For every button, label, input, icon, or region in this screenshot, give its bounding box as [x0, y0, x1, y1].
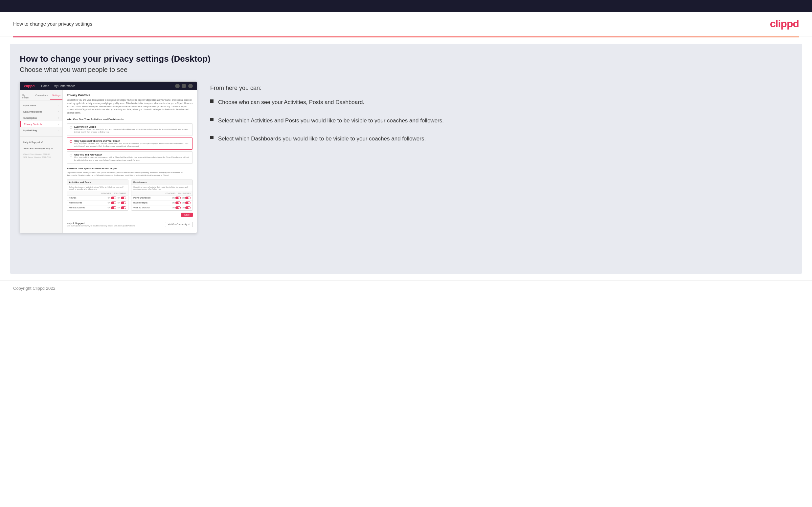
- mock-dashboards-header: Dashboards: [132, 180, 193, 185]
- header-title: How to change your privacy settings: [13, 21, 92, 26]
- mock-visit-community-button[interactable]: Visit Our Community ↗: [165, 222, 193, 227]
- mock-tab-connections: Connections: [34, 93, 50, 100]
- mock-sidebar-account: My Account ›: [20, 102, 62, 109]
- mock-row-what-to-work: What To Work On ON ON: [132, 206, 193, 210]
- mock-show-hide-title: Show or hide specific features in Clippd: [67, 167, 193, 170]
- mock-privacy-title: Privacy Controls: [67, 94, 193, 97]
- mock-navbar: clippd Home My Performance: [20, 82, 197, 90]
- page-subheading: Choose what you want people to see: [20, 66, 792, 73]
- top-bar: [0, 0, 812, 12]
- mock-radio-group: Everyone on Clippd Everyone on Clippd ca…: [67, 123, 193, 164]
- mock-row-player-dashboard: Player Dashboard ON ON: [132, 195, 193, 201]
- mock-row-rounds: Rounds ON ON: [67, 195, 128, 201]
- mock-save-row: Save: [67, 211, 193, 219]
- mock-nav-performance: My Performance: [54, 84, 75, 88]
- mock-two-col: Activities and Posts Select the types of…: [67, 179, 193, 211]
- bullet-square-2: [210, 118, 213, 121]
- mock-activities-desc: Select the types of activity that you'd …: [67, 185, 128, 191]
- mock-activities-subheader: COACHES FOLLOWERS: [67, 191, 128, 195]
- mock-dashboards-subheader: COACHES FOLLOWERS: [132, 191, 193, 195]
- bullet-item-3: Select which Dashboards you would like t…: [210, 134, 792, 143]
- mock-tab-profile: My Profile: [20, 93, 34, 100]
- mock-logo: clippd: [24, 84, 35, 88]
- bullet-item-2: Select which Activities and Posts you wo…: [210, 116, 792, 125]
- right-panel: From here you can: Choose who can see yo…: [210, 81, 792, 156]
- mock-dashboards-desc: Select the types of activity that you'd …: [132, 185, 193, 191]
- mock-nav-home: Home: [41, 84, 49, 88]
- bullet-square-3: [210, 136, 213, 139]
- mock-sidebar-privacy-policy: Service & Privacy Policy ↗: [20, 146, 62, 152]
- mock-settings-icon: [188, 84, 193, 88]
- main-content: How to change your privacy settings (Des…: [10, 44, 802, 274]
- mock-radio-everyone: Everyone on Clippd Everyone on Clippd ca…: [67, 123, 193, 136]
- mock-sidebar-subscription: Subscription ›: [20, 115, 62, 121]
- mock-nav-items: Home My Performance: [41, 84, 168, 88]
- mock-dashboards-col: Dashboards Select the types of activity …: [131, 179, 193, 211]
- mock-main-content: Privacy Controls Control how you and you…: [63, 90, 197, 233]
- content-row: clippd Home My Performance My Profile: [20, 81, 792, 233]
- from-here-text: From here you can:: [210, 84, 792, 92]
- mock-activities-col: Activities and Posts Select the types of…: [67, 179, 129, 211]
- mock-who-title: Who Can See Your Activities and Dashboar…: [67, 118, 193, 121]
- mock-help-section: Help & Support Visit our Clippd communit…: [67, 219, 193, 230]
- mock-radio-circle-you: [70, 154, 72, 157]
- mock-sidebar-help: Help & Support ↗: [20, 139, 62, 146]
- logo: clippd: [770, 18, 799, 30]
- page-heading: How to change your privacy settings (Des…: [20, 54, 792, 64]
- footer: Copyright Clippd 2022: [0, 280, 812, 296]
- mock-search-icon: [175, 84, 180, 88]
- bullet-text-2: Select which Activities and Posts you wo…: [218, 116, 444, 125]
- mock-radio-only-you: Only You and Your Coach Only you and the…: [67, 151, 193, 164]
- header: How to change your privacy settings clip…: [0, 12, 812, 37]
- mock-row-drills: Practice Drills ON ON: [67, 201, 128, 206]
- screenshot-mockup: clippd Home My Performance My Profile: [20, 81, 197, 233]
- mock-radio-circle-followers: [70, 140, 72, 143]
- mock-sidebar: My Profile Connections Settings My Accou…: [20, 90, 63, 233]
- bullet-square-1: [210, 100, 213, 103]
- mock-nav-icons: [175, 84, 193, 88]
- bullet-text-3: Select which Dashboards you would like t…: [218, 134, 426, 143]
- mock-radio-circle-everyone: [70, 126, 72, 129]
- footer-text: Copyright Clippd 2022: [13, 286, 55, 291]
- mock-sidebar-golfbag: My Golf Bag ›: [20, 127, 62, 133]
- mock-user-icon: [182, 84, 186, 88]
- mock-row-round-insights: Round Insights ON ON: [132, 201, 193, 206]
- mock-sidebar-privacy: Privacy Controls ›: [20, 121, 62, 127]
- bullet-list: Choose who can see your Activities, Post…: [210, 98, 792, 143]
- mock-sidebar-data: Data Integrations ›: [20, 109, 62, 115]
- mock-body: My Profile Connections Settings My Accou…: [20, 90, 197, 233]
- mock-sidebar-tabs: My Profile Connections Settings: [20, 93, 62, 100]
- mock-toggle-section: Show or hide specific features in Clippd…: [67, 167, 193, 219]
- bullet-text-1: Choose who can see your Activities, Post…: [218, 98, 364, 107]
- mock-sidebar-bottom: Help & Support ↗ Service & Privacy Polic…: [20, 136, 62, 152]
- mock-version: Clippd Client Version: 2022.8.2SQL Serve…: [20, 152, 62, 160]
- mock-privacy-desc: Control how you and your data appears to…: [67, 99, 193, 115]
- bullet-item-1: Choose who can see your Activities, Post…: [210, 98, 792, 107]
- mock-tab-settings: Settings: [50, 93, 62, 100]
- mock-save-button[interactable]: Save: [181, 213, 193, 217]
- mock-row-manual: Manual Activities ON ON: [67, 206, 128, 210]
- mock-show-hide-desc: Regardless of the privacy controls that …: [67, 171, 193, 177]
- mock-activities-header: Activities and Posts: [67, 180, 128, 185]
- header-divider: [13, 37, 799, 38]
- mock-radio-followers: Only Approved Followers and Your Coach O…: [67, 137, 193, 150]
